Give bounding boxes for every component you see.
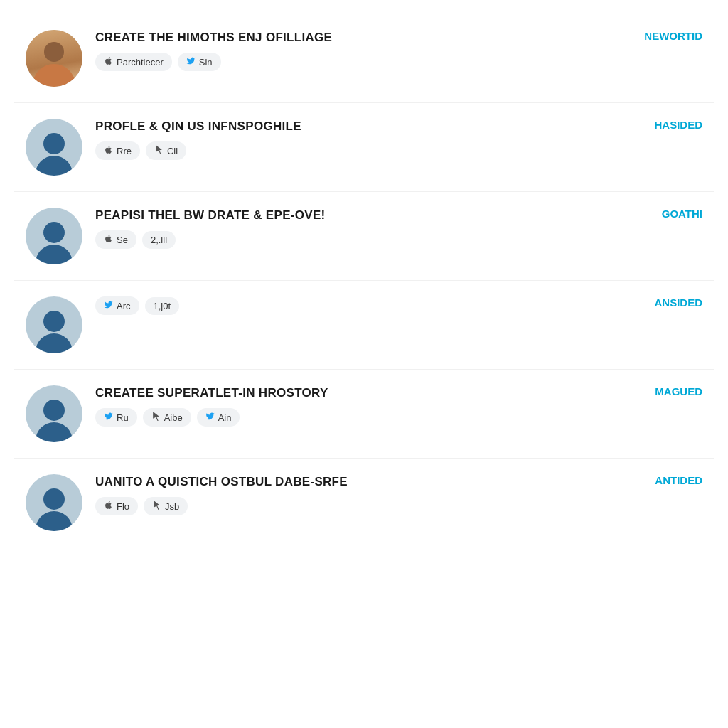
tags-row: RreCll xyxy=(95,141,611,160)
tag[interactable]: Cll xyxy=(146,141,186,160)
tag[interactable]: Se xyxy=(95,230,136,249)
post-title: UANITO A QUISTICH OSTBUL DABE-SRFE xyxy=(95,474,611,490)
tag-label: Flo xyxy=(117,501,129,512)
cursor-icon xyxy=(151,412,161,423)
avatar xyxy=(26,119,82,176)
tag-label: 2,.lll xyxy=(151,235,167,245)
status-label: HASIDED xyxy=(624,119,702,131)
item-right: HASIDED xyxy=(624,119,702,131)
status-label: ANTIDED xyxy=(624,474,702,486)
apple-icon xyxy=(104,500,113,512)
tags-row: Se2,.lll xyxy=(95,230,611,249)
feed-item: Arc1,j0tANSIDED xyxy=(14,281,714,370)
post-content: CREATE THE HIMOTHS ENJ OFILLIAGEParchtle… xyxy=(95,30,611,71)
cursor-icon xyxy=(152,500,161,512)
feed-item: UANITO A QUISTICH OSTBUL DABE-SRFEFloJsb… xyxy=(14,459,714,547)
feed-item: CREATEE SUPERATLET-IN HROSTORYRuAibeAinM… xyxy=(14,370,714,459)
tag-label: Parchtlecer xyxy=(117,57,164,68)
avatar xyxy=(26,208,82,264)
post-content: PEAPISI THEL BW DRATE & EPE-OVE!Se2,.lll xyxy=(95,208,611,249)
twitter-icon xyxy=(186,56,196,68)
tags-row: FloJsb xyxy=(95,497,611,515)
feed-item: PROFLE & QIN US INFNSPOGHILERreCllHASIDE… xyxy=(14,103,714,192)
post-title: PEAPISI THEL BW DRATE & EPE-OVE! xyxy=(95,208,611,223)
tag-label: Cll xyxy=(167,146,178,156)
post-title: PROFLE & QIN US INFNSPOGHILE xyxy=(95,119,611,134)
cursor-icon xyxy=(154,145,164,156)
tags-row: RuAibeAin xyxy=(95,408,611,427)
feed-list: CREATE THE HIMOTHS ENJ OFILLIAGEParchtle… xyxy=(14,14,714,547)
tag-label: Rre xyxy=(117,146,132,156)
item-right: GOATHI xyxy=(624,208,702,220)
status-label: NEWORTID xyxy=(624,30,702,42)
tag-label: Aibe xyxy=(164,412,183,423)
item-right: NEWORTID xyxy=(624,30,702,42)
tag[interactable]: Ain xyxy=(197,408,240,427)
tag[interactable]: 1,j0t xyxy=(145,297,180,315)
post-content: UANITO A QUISTICH OSTBUL DABE-SRFEFloJsb xyxy=(95,474,611,515)
status-label: MAGUED xyxy=(624,385,702,397)
status-label: ANSIDED xyxy=(624,296,702,309)
tags-row: ParchtlecerSin xyxy=(95,53,611,71)
avatar xyxy=(26,296,82,353)
status-label: GOATHI xyxy=(624,208,702,220)
apple-icon xyxy=(104,145,113,156)
tag-label: Arc xyxy=(117,301,131,311)
tag[interactable]: Aibe xyxy=(143,408,191,427)
twitter-icon xyxy=(205,412,215,423)
post-content: PROFLE & QIN US INFNSPOGHILERreCll xyxy=(95,119,611,160)
tag[interactable]: Rre xyxy=(95,141,140,160)
tag-label: Jsb xyxy=(165,501,179,512)
feed-item: CREATE THE HIMOTHS ENJ OFILLIAGEParchtle… xyxy=(14,14,714,103)
post-content: Arc1,j0t xyxy=(95,296,611,315)
item-right: MAGUED xyxy=(624,385,702,397)
avatar xyxy=(26,474,82,531)
twitter-icon xyxy=(104,300,113,311)
apple-icon xyxy=(104,234,113,245)
tag-label: Ain xyxy=(218,412,232,423)
tag-label: 1,j0t xyxy=(154,301,171,311)
tag[interactable]: Ru xyxy=(95,408,137,427)
tag[interactable]: Sin xyxy=(178,53,221,71)
twitter-icon xyxy=(104,412,113,423)
tag-label: Sin xyxy=(199,57,213,68)
post-title: CREATE THE HIMOTHS ENJ OFILLIAGE xyxy=(95,30,611,46)
apple-icon xyxy=(104,56,113,68)
avatar xyxy=(26,385,82,442)
tag[interactable]: 2,.lll xyxy=(142,231,176,249)
avatar xyxy=(26,30,82,87)
item-right: ANSIDED xyxy=(624,296,702,309)
post-content: CREATEE SUPERATLET-IN HROSTORYRuAibeAin xyxy=(95,385,611,427)
tag-label: Se xyxy=(117,235,128,245)
post-title: CREATEE SUPERATLET-IN HROSTORY xyxy=(95,385,611,401)
tag[interactable]: Flo xyxy=(95,497,138,515)
tags-row: Arc1,j0t xyxy=(95,296,611,315)
tag[interactable]: Jsb xyxy=(144,497,188,515)
tag[interactable]: Arc xyxy=(95,296,139,315)
tag-label: Ru xyxy=(117,412,129,423)
feed-item: PEAPISI THEL BW DRATE & EPE-OVE!Se2,.lll… xyxy=(14,192,714,281)
item-right: ANTIDED xyxy=(624,474,702,486)
tag[interactable]: Parchtlecer xyxy=(95,53,172,71)
